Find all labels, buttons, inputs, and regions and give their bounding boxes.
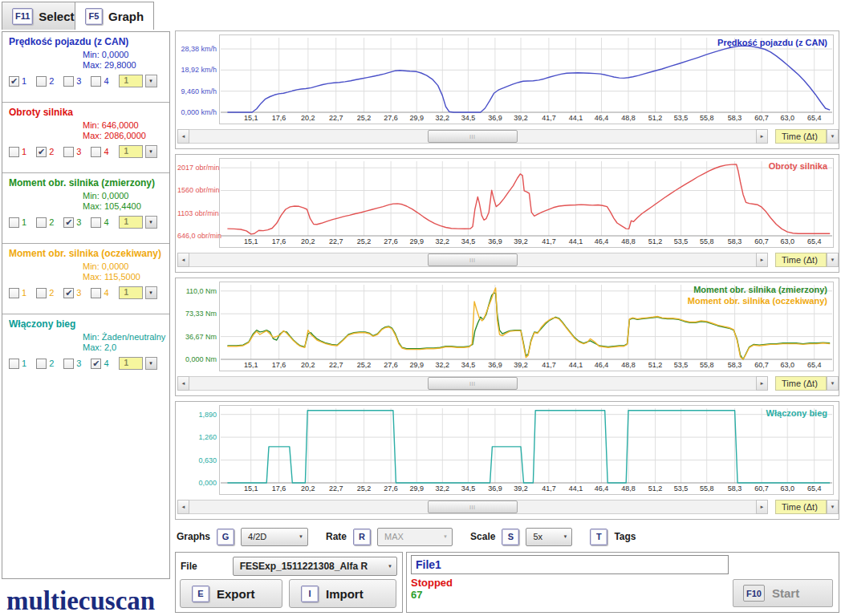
- slot-checkbox-1[interactable]: [9, 217, 19, 228]
- scroll-right-icon[interactable]: ►: [756, 129, 768, 144]
- chart-plot-torque: 0,000 Nm36,67 Nm73,33 Nm110,0 Nm15,117,6…: [219, 282, 834, 371]
- time-axis-dropdown-icon[interactable]: ▼: [827, 253, 839, 267]
- x-axis-tick-label: 60,7: [748, 114, 775, 122]
- scroll-right-icon[interactable]: ►: [756, 253, 768, 267]
- time-axis-select[interactable]: Time (Δt): [775, 129, 827, 144]
- scrollbar-track[interactable]: |||: [189, 376, 756, 391]
- slot-checkbox-4[interactable]: [91, 288, 101, 298]
- x-axis-tick-label: 27,6: [377, 237, 404, 245]
- graphs-key-button[interactable]: G: [217, 529, 234, 545]
- slot-checkbox-4[interactable]: [91, 147, 101, 157]
- slot-checkbox-2[interactable]: [36, 359, 47, 369]
- slot-checkbox-3[interactable]: ✔: [63, 217, 74, 228]
- time-axis-dropdown-icon[interactable]: ▼: [827, 129, 839, 144]
- time-axis-select[interactable]: Time (Δt): [775, 376, 827, 391]
- slot-select[interactable]: 1: [119, 216, 143, 229]
- dropdown-arrow-icon[interactable]: ▼: [145, 216, 157, 229]
- slot-checkbox-1[interactable]: [9, 147, 19, 157]
- slot-checkbox-1[interactable]: ✔: [9, 76, 19, 87]
- signal-panel: Moment obr. silnika (oczekiwany)Min: 0,0…: [2, 244, 169, 314]
- scroll-left-icon[interactable]: ◄: [177, 376, 189, 391]
- dropdown-arrow-icon: ▼: [443, 534, 448, 539]
- f5-key-icon: F5: [85, 8, 103, 25]
- scroll-left-icon[interactable]: ◄: [177, 500, 189, 514]
- scrollbar-thumb[interactable]: |||: [428, 500, 518, 513]
- slot-checkbox-2[interactable]: ✔: [36, 147, 47, 157]
- scrollbar-thumb[interactable]: |||: [428, 253, 518, 266]
- signal-title: Obroty silnika: [9, 107, 165, 118]
- y-axis-tick-label: 1,260: [177, 433, 217, 441]
- scroll-right-icon[interactable]: ►: [756, 500, 768, 514]
- slot-checkbox-4[interactable]: [91, 217, 101, 228]
- x-axis-tick-label: 29,9: [403, 361, 430, 369]
- slot-checkbox-label: 3: [76, 359, 81, 368]
- scrollbar-track[interactable]: |||: [189, 129, 756, 144]
- tags-label: Tags: [614, 531, 636, 542]
- slot-checkbox-4[interactable]: [91, 76, 101, 87]
- scrollbar-thumb[interactable]: |||: [428, 377, 518, 390]
- x-axis-tick-label: 46,4: [588, 114, 616, 122]
- export-button[interactable]: E Export: [180, 579, 282, 608]
- file-dropdown[interactable]: FESExp_1511221308_Alfa R ▼: [233, 557, 397, 576]
- x-axis-tick-label: 22,7: [323, 484, 350, 492]
- time-axis-dropdown-icon[interactable]: ▼: [827, 500, 839, 514]
- tab-graph[interactable]: F5 Graph: [75, 2, 154, 30]
- scroll-left-icon[interactable]: ◄: [177, 253, 189, 267]
- rate-key-button[interactable]: R: [353, 529, 371, 545]
- slot-select[interactable]: 1: [119, 145, 143, 158]
- thumb-grip-icon: |||: [469, 381, 476, 386]
- dropdown-arrow-icon[interactable]: ▼: [145, 145, 157, 158]
- slot-select[interactable]: 1: [119, 286, 143, 299]
- signal-sidebar: Prędkość pojazdu (z CAN)Min: 0,0000Max: …: [2, 31, 170, 579]
- dropdown-arrow-icon[interactable]: ▼: [145, 357, 157, 370]
- chart-plot-speed: 0,000 km/h9,460 km/h18,92 km/h28,38 km/h…: [219, 34, 834, 124]
- dropdown-arrow-icon[interactable]: ▼: [145, 75, 157, 87]
- signal-max: Max: 2,0: [83, 342, 165, 353]
- start-button[interactable]: F10 Start: [733, 579, 833, 607]
- file-name-input[interactable]: [411, 555, 729, 574]
- slot-checkbox-1[interactable]: [9, 288, 19, 298]
- x-axis-tick-label: 63,0: [774, 361, 801, 369]
- file-label: File: [181, 561, 197, 572]
- chart-title: Moment obr. silnika (zmierzony): [693, 285, 827, 294]
- x-axis-tick-label: 25,2: [351, 361, 378, 369]
- slot-checkbox-3[interactable]: ✔: [63, 288, 74, 298]
- chart-block-speed: 0,000 km/h9,460 km/h18,92 km/h28,38 km/h…: [175, 30, 839, 149]
- dropdown-arrow-icon[interactable]: ▼: [145, 286, 157, 299]
- slot-checkbox-2[interactable]: [36, 76, 47, 87]
- scale-key-button[interactable]: S: [502, 529, 519, 545]
- time-axis-select[interactable]: Time (Δt): [775, 253, 827, 267]
- y-axis-tick-label: 18,92 km/h: [177, 66, 217, 74]
- scroll-right-icon[interactable]: ►: [756, 376, 768, 391]
- scrollbar-track[interactable]: |||: [189, 253, 756, 267]
- slot-select[interactable]: 1: [119, 357, 143, 370]
- scale-dropdown[interactable]: 5x ▼: [526, 528, 572, 546]
- slot-checkbox-3[interactable]: [63, 147, 74, 157]
- x-axis-tick-label: 17,6: [266, 484, 293, 492]
- scrollbar-thumb[interactable]: |||: [428, 130, 518, 143]
- x-axis-tick-label: 53,5: [668, 114, 695, 122]
- slot-checkbox-3[interactable]: [63, 359, 74, 369]
- slot-checkbox-4[interactable]: ✔: [91, 359, 101, 369]
- scrollbar-track[interactable]: |||: [189, 500, 756, 514]
- dropdown-arrow-icon: ▼: [563, 534, 567, 539]
- slot-checkbox-2[interactable]: [36, 288, 47, 298]
- x-axis-tick-label: 27,6: [377, 484, 404, 492]
- slot-checkbox-1[interactable]: [9, 359, 19, 369]
- rate-label: Rate: [326, 531, 347, 542]
- tags-key-button[interactable]: T: [590, 529, 607, 545]
- graphs-dropdown[interactable]: 4/2D ▼: [241, 528, 308, 546]
- slot-select[interactable]: 1: [119, 75, 143, 87]
- time-axis-select[interactable]: Time (Δt): [775, 500, 827, 514]
- tab-select[interactable]: F11 Select: [2, 2, 85, 30]
- slot-checkbox-2[interactable]: [36, 217, 47, 228]
- import-button[interactable]: I Import: [289, 579, 396, 608]
- slot-checkbox-3[interactable]: [63, 76, 74, 87]
- signal-max: Max: 115,5000: [83, 272, 165, 282]
- y-axis-tick-label: 0,000 Nm: [177, 355, 217, 363]
- x-axis-tick-label: 22,7: [323, 114, 350, 122]
- time-axis-dropdown-icon[interactable]: ▼: [827, 376, 839, 391]
- x-axis-tick-label: 51,2: [641, 237, 668, 245]
- scroll-left-icon[interactable]: ◄: [177, 129, 189, 144]
- signal-panel: Włączony biegMin: Żaden/neutralnyMax: 2,…: [2, 314, 169, 385]
